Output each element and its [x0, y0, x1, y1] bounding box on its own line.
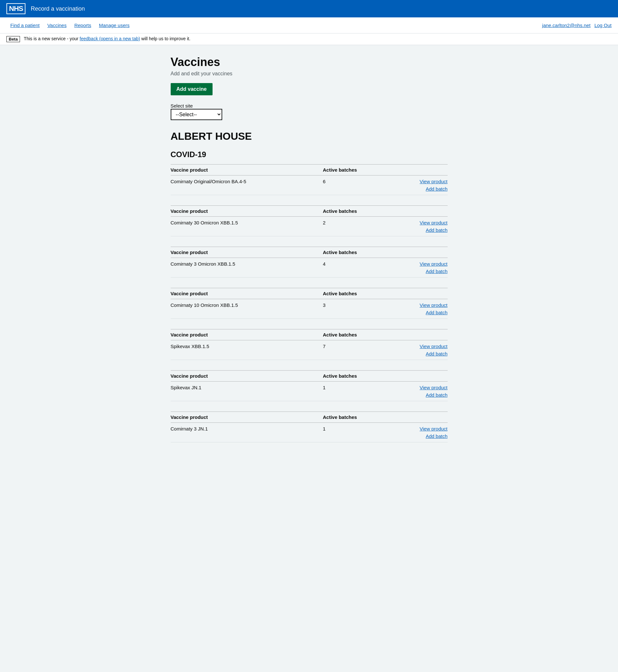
- vaccine-batches: 7: [323, 340, 365, 360]
- col-header-product: Vaccine product: [171, 206, 323, 217]
- view-product-link[interactable]: View product: [420, 385, 447, 390]
- col-header-actions: [365, 288, 448, 299]
- vaccine-batches: 6: [323, 176, 365, 195]
- nav-left: Find a patient Vaccines Reports Manage u…: [6, 17, 133, 33]
- vaccine-table-block: Vaccine product Active batches Comirnaty…: [171, 247, 448, 277]
- vaccines-container: Vaccine product Active batches Comirnaty…: [171, 164, 448, 442]
- select-site-container: Select site --Select--: [171, 103, 448, 120]
- table-row: Comirnaty 3 Omicron XBB.1.5 4 View produ…: [171, 258, 448, 277]
- beta-feedback-link[interactable]: feedback (opens in a new tab): [80, 36, 140, 41]
- vaccine-batches: 4: [323, 258, 365, 277]
- vaccine-product: Comirnaty 3 Omicron XBB.1.5: [171, 258, 323, 277]
- action-links: View product Add batch: [365, 261, 448, 274]
- col-header-actions: [365, 412, 448, 423]
- action-links: View product Add batch: [365, 344, 448, 356]
- beta-text-after: will help us to improve it.: [141, 36, 191, 41]
- vaccine-table: Vaccine product Active batches Comirnaty…: [171, 247, 448, 277]
- header-title: Record a vaccination: [30, 5, 85, 12]
- add-batch-link[interactable]: Add batch: [426, 433, 448, 439]
- nav-manage-users[interactable]: Manage users: [95, 17, 133, 33]
- page-subtitle: Add and edit your vaccines: [171, 71, 448, 77]
- table-row: Comirnaty 10 Omicron XBB.1.5 3 View prod…: [171, 299, 448, 319]
- vaccine-table: Vaccine product Active batches Comirnaty…: [171, 164, 448, 195]
- view-product-link[interactable]: View product: [420, 426, 447, 432]
- col-header-actions: [365, 371, 448, 381]
- vaccine-product: Comirnaty 10 Omicron XBB.1.5: [171, 299, 323, 319]
- nav-user-email[interactable]: jane.carlton2@nhs.net: [542, 22, 590, 28]
- view-product-link[interactable]: View product: [420, 344, 447, 349]
- vaccine-table-block: Vaccine product Active batches Comirnaty…: [171, 288, 448, 319]
- vaccine-product: Spikevax XBB.1.5: [171, 340, 323, 360]
- action-links: View product Add batch: [365, 426, 448, 439]
- beta-banner: Beta This is a new service - your feedba…: [0, 33, 618, 45]
- vaccine-table-block: Vaccine product Active batches Spikevax …: [171, 329, 448, 360]
- add-batch-link[interactable]: Add batch: [426, 186, 448, 192]
- col-header-product: Vaccine product: [171, 329, 323, 340]
- vaccine-table-block: Vaccine product Active batches Spikevax …: [171, 370, 448, 401]
- add-batch-link[interactable]: Add batch: [426, 392, 448, 398]
- col-header-actions: [365, 206, 448, 217]
- col-header-actions: [365, 164, 448, 176]
- action-links: View product Add batch: [365, 385, 448, 398]
- header: NHS Record a vaccination: [0, 0, 618, 17]
- view-product-link[interactable]: View product: [420, 220, 447, 225]
- vaccine-actions: View product Add batch: [365, 258, 448, 277]
- col-header-batches: Active batches: [323, 164, 365, 176]
- vaccine-table: Vaccine product Active batches Spikevax …: [171, 329, 448, 360]
- col-header-actions: [365, 329, 448, 340]
- site-name: ALBERT HOUSE: [171, 130, 448, 142]
- vaccine-actions: View product Add batch: [365, 176, 448, 195]
- add-batch-link[interactable]: Add batch: [426, 227, 448, 233]
- nav-logout[interactable]: Log Out: [595, 22, 612, 28]
- main-content: Vaccines Add and edit your vaccines Add …: [164, 45, 454, 472]
- vaccine-product: Comirnaty Original/Omicron BA.4-5: [171, 176, 323, 195]
- vaccine-table: Vaccine product Active batches Spikevax …: [171, 370, 448, 401]
- beta-text: This is a new service - your: [24, 36, 80, 41]
- beta-tag: Beta: [6, 36, 20, 42]
- vaccine-product: Comirnaty 3 JN.1: [171, 423, 323, 442]
- add-batch-link[interactable]: Add batch: [426, 310, 448, 315]
- col-header-batches: Active batches: [323, 206, 365, 217]
- vaccine-product: Spikevax JN.1: [171, 381, 323, 401]
- vaccine-table-block: Vaccine product Active batches Comirnaty…: [171, 205, 448, 236]
- col-header-batches: Active batches: [323, 371, 365, 381]
- select-site-label: Select site: [171, 103, 193, 109]
- vaccine-actions: View product Add batch: [365, 299, 448, 319]
- nhs-logo: NHS: [6, 3, 25, 14]
- view-product-link[interactable]: View product: [420, 179, 447, 184]
- col-header-batches: Active batches: [323, 247, 365, 258]
- nav-reports[interactable]: Reports: [71, 17, 95, 33]
- table-row: Comirnaty Original/Omicron BA.4-5 6 View…: [171, 176, 448, 195]
- vaccine-batches: 1: [323, 423, 365, 442]
- action-links: View product Add batch: [365, 179, 448, 192]
- add-batch-link[interactable]: Add batch: [426, 351, 448, 356]
- col-header-product: Vaccine product: [171, 164, 323, 176]
- vaccine-table: Vaccine product Active batches Comirnaty…: [171, 288, 448, 319]
- add-batch-link[interactable]: Add batch: [426, 268, 448, 274]
- vaccine-product: Comirnaty 30 Omicron XBB.1.5: [171, 217, 323, 236]
- table-row: Comirnaty 30 Omicron XBB.1.5 2 View prod…: [171, 217, 448, 236]
- col-header-product: Vaccine product: [171, 288, 323, 299]
- action-links: View product Add batch: [365, 302, 448, 315]
- col-header-batches: Active batches: [323, 412, 365, 423]
- add-vaccine-button[interactable]: Add vaccine: [171, 83, 213, 95]
- site-select[interactable]: --Select--: [171, 109, 222, 120]
- col-header-product: Vaccine product: [171, 412, 323, 423]
- nav-vaccines[interactable]: Vaccines: [43, 17, 71, 33]
- vaccine-batches: 3: [323, 299, 365, 319]
- disease-heading: COVID-19: [171, 150, 448, 159]
- view-product-link[interactable]: View product: [420, 261, 447, 266]
- vaccine-table: Vaccine product Active batches Comirnaty…: [171, 412, 448, 442]
- nav: Find a patient Vaccines Reports Manage u…: [0, 17, 618, 33]
- nav-find-patient[interactable]: Find a patient: [6, 17, 43, 33]
- page-title: Vaccines: [171, 55, 448, 69]
- vaccine-actions: View product Add batch: [365, 340, 448, 360]
- view-product-link[interactable]: View product: [420, 302, 447, 308]
- col-header-batches: Active batches: [323, 329, 365, 340]
- vaccine-actions: View product Add batch: [365, 217, 448, 236]
- vaccine-actions: View product Add batch: [365, 381, 448, 401]
- vaccine-table: Vaccine product Active batches Comirnaty…: [171, 205, 448, 236]
- vaccine-table-block: Vaccine product Active batches Comirnaty…: [171, 412, 448, 442]
- vaccine-table-block: Vaccine product Active batches Comirnaty…: [171, 164, 448, 195]
- col-header-batches: Active batches: [323, 288, 365, 299]
